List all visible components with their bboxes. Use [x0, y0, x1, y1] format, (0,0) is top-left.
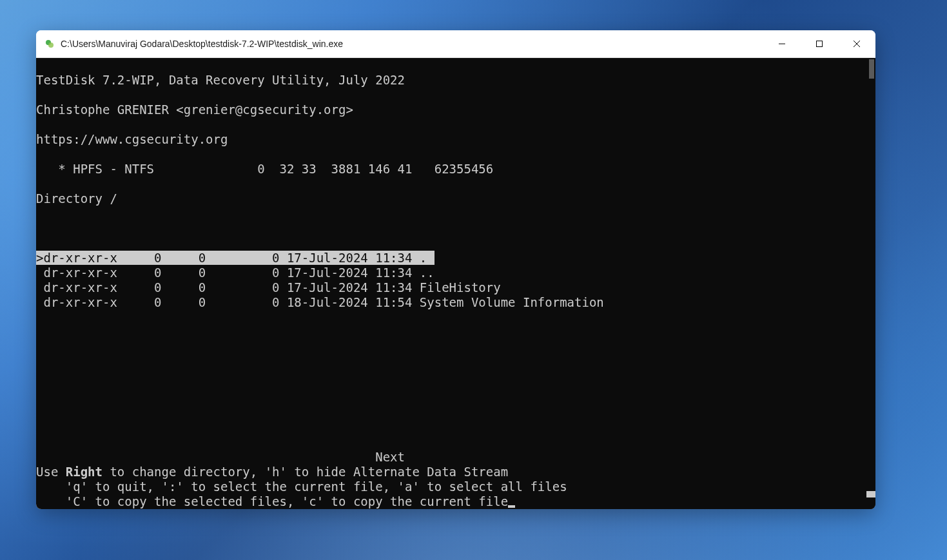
file-row[interactable]: dr-xr-xr-x 0 0 0 18-Jul-2024 11:54 Syste… — [36, 295, 875, 310]
terminal-content: TestDisk 7.2-WIP, Data Recovery Utility,… — [36, 58, 875, 340]
partition-line: * HPFS - NTFS 0 32 33 3881 146 41 623554… — [36, 162, 875, 177]
help-line-1: Use Right to change directory, 'h' to hi… — [36, 465, 875, 479]
header-line: TestDisk 7.2-WIP, Data Recovery Utility,… — [36, 73, 875, 88]
terminal-footer: Next Use Right to change directory, 'h' … — [36, 450, 875, 509]
scrollbar-indicator — [866, 491, 875, 497]
file-row[interactable]: dr-xr-xr-x 0 0 0 17-Jul-2024 11:34 .. — [36, 266, 875, 280]
file-row[interactable]: dr-xr-xr-x 0 0 0 17-Jul-2024 11:34 FileH… — [36, 280, 875, 295]
svg-point-1 — [48, 43, 54, 48]
scrollbar-thumb[interactable] — [869, 59, 874, 79]
file-row[interactable]: >dr-xr-xr-x 0 0 0 17-Jul-2024 11:34 . — [36, 251, 875, 266]
help-bold-key: Right — [66, 465, 103, 479]
directory-label: Directory / — [36, 191, 875, 206]
maximize-button[interactable] — [801, 30, 838, 57]
help-line-2: 'q' to quit, ':' to select the current f… — [36, 479, 875, 494]
app-icon — [44, 38, 55, 50]
blank-line — [36, 221, 875, 236]
svg-rect-3 — [817, 41, 823, 47]
next-label: Next — [36, 450, 875, 465]
help-line-3: 'C' to copy the selected files, 'c' to c… — [36, 494, 875, 509]
scrollbar[interactable] — [866, 58, 875, 509]
window-controls — [763, 30, 875, 57]
titlebar[interactable]: C:\Users\Manuviraj Godara\Desktop\testdi… — [36, 30, 875, 58]
author-line: Christophe GRENIER <grenier@cgsecurity.o… — [36, 102, 875, 117]
close-button[interactable] — [838, 30, 875, 57]
file-list: >dr-xr-xr-x 0 0 0 17-Jul-2024 11:34 . dr… — [36, 251, 875, 310]
minimize-button[interactable] — [763, 30, 801, 57]
window-title: C:\Users\Manuviraj Godara\Desktop\testdi… — [61, 39, 763, 49]
cursor-icon — [508, 505, 515, 508]
terminal-area[interactable]: TestDisk 7.2-WIP, Data Recovery Utility,… — [36, 58, 875, 509]
console-window: C:\Users\Manuviraj Godara\Desktop\testdi… — [36, 30, 875, 509]
url-line: https://www.cgsecurity.org — [36, 132, 875, 147]
